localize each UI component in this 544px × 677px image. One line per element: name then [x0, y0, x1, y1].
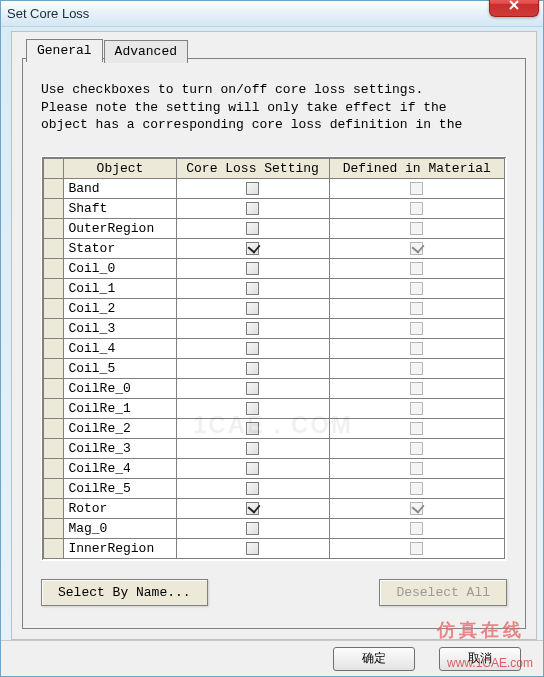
table-row: Coil_4 — [44, 338, 505, 358]
row-selector[interactable] — [44, 438, 64, 458]
cell-object: OuterRegion — [64, 218, 176, 238]
cell-defined — [329, 278, 504, 298]
row-selector[interactable] — [44, 298, 64, 318]
cell-object: Coil_2 — [64, 298, 176, 318]
core-loss-checkbox[interactable] — [246, 302, 259, 315]
row-selector[interactable] — [44, 378, 64, 398]
cell-setting — [176, 318, 329, 338]
core-loss-checkbox[interactable] — [246, 182, 259, 195]
row-selector[interactable] — [44, 498, 64, 518]
select-by-name-button[interactable]: Select By Name... — [41, 579, 208, 606]
defined-checkbox — [410, 522, 423, 535]
cell-setting — [176, 538, 329, 558]
cell-defined — [329, 358, 504, 378]
cell-defined — [329, 298, 504, 318]
row-selector[interactable] — [44, 238, 64, 258]
core-loss-checkbox[interactable] — [246, 382, 259, 395]
titlebar: Set Core Loss — [1, 1, 543, 27]
row-selector[interactable] — [44, 338, 64, 358]
row-selector[interactable] — [44, 198, 64, 218]
row-selector[interactable] — [44, 458, 64, 478]
row-selector[interactable] — [44, 178, 64, 198]
defined-checkbox — [410, 222, 423, 235]
row-selector[interactable] — [44, 258, 64, 278]
row-selector[interactable] — [44, 358, 64, 378]
core-loss-checkbox[interactable] — [246, 322, 259, 335]
row-selector[interactable] — [44, 418, 64, 438]
row-selector[interactable] — [44, 318, 64, 338]
table-row: OuterRegion — [44, 218, 505, 238]
window-title: Set Core Loss — [7, 6, 89, 21]
core-loss-checkbox[interactable] — [246, 542, 259, 555]
defined-checkbox — [410, 302, 423, 315]
cell-setting — [176, 478, 329, 498]
cell-setting — [176, 218, 329, 238]
table-row: Band — [44, 178, 505, 198]
tab-advanced[interactable]: Advanced — [104, 40, 188, 63]
row-selector[interactable] — [44, 538, 64, 558]
cell-defined — [329, 258, 504, 278]
core-loss-checkbox[interactable] — [246, 482, 259, 495]
core-loss-checkbox[interactable] — [246, 442, 259, 455]
table-row: Coil_3 — [44, 318, 505, 338]
header-object: Object — [64, 158, 176, 178]
cell-object: Rotor — [64, 498, 176, 518]
table-row: Coil_2 — [44, 298, 505, 318]
core-loss-checkbox[interactable] — [246, 422, 259, 435]
cell-defined — [329, 338, 504, 358]
description-text: Use checkboxes to turn on/off core loss … — [41, 81, 507, 134]
defined-checkbox — [410, 382, 423, 395]
defined-checkbox — [410, 362, 423, 375]
cell-setting — [176, 398, 329, 418]
cell-defined — [329, 478, 504, 498]
tab-strip: General Advanced — [26, 38, 189, 61]
cancel-button[interactable]: 取消 — [439, 647, 521, 671]
cell-defined — [329, 458, 504, 478]
core-loss-checkbox[interactable] — [246, 242, 259, 255]
core-loss-checkbox[interactable] — [246, 362, 259, 375]
cell-object: Coil_1 — [64, 278, 176, 298]
core-loss-checkbox[interactable] — [246, 522, 259, 535]
core-loss-checkbox[interactable] — [246, 502, 259, 515]
defined-checkbox — [410, 422, 423, 435]
core-loss-checkbox[interactable] — [246, 262, 259, 275]
cell-defined — [329, 398, 504, 418]
defined-checkbox — [410, 342, 423, 355]
row-selector[interactable] — [44, 398, 64, 418]
core-loss-checkbox[interactable] — [246, 402, 259, 415]
row-selector[interactable] — [44, 278, 64, 298]
grid-container: Object Core Loss Setting Defined in Mate… — [41, 156, 507, 561]
ok-button[interactable]: 确定 — [333, 647, 415, 671]
cell-defined — [329, 178, 504, 198]
cell-setting — [176, 458, 329, 478]
cell-object: CoilRe_0 — [64, 378, 176, 398]
row-selector[interactable] — [44, 218, 64, 238]
deselect-all-button[interactable]: Deselect All — [379, 579, 507, 606]
cell-object: Coil_0 — [64, 258, 176, 278]
cell-defined — [329, 518, 504, 538]
core-loss-checkbox[interactable] — [246, 222, 259, 235]
cell-object: InnerRegion — [64, 538, 176, 558]
defined-checkbox — [410, 442, 423, 455]
cell-object: CoilRe_5 — [64, 478, 176, 498]
table-row: Coil_1 — [44, 278, 505, 298]
core-loss-checkbox[interactable] — [246, 342, 259, 355]
close-button[interactable] — [489, 0, 539, 17]
table-row: CoilRe_0 — [44, 378, 505, 398]
row-selector[interactable] — [44, 518, 64, 538]
cell-setting — [176, 238, 329, 258]
tab-general[interactable]: General — [26, 39, 103, 62]
tab-panel-general: Use checkboxes to turn on/off core loss … — [22, 58, 526, 629]
close-icon — [508, 0, 520, 11]
content-area: General Advanced Use checkboxes to turn … — [11, 31, 537, 640]
table-row: Coil_0 — [44, 258, 505, 278]
row-selector[interactable] — [44, 478, 64, 498]
table-row: Rotor — [44, 498, 505, 518]
core-loss-checkbox[interactable] — [246, 282, 259, 295]
core-loss-checkbox[interactable] — [246, 202, 259, 215]
cell-setting — [176, 438, 329, 458]
cell-setting — [176, 518, 329, 538]
cell-defined — [329, 318, 504, 338]
core-loss-checkbox[interactable] — [246, 462, 259, 475]
cell-object: Coil_5 — [64, 358, 176, 378]
